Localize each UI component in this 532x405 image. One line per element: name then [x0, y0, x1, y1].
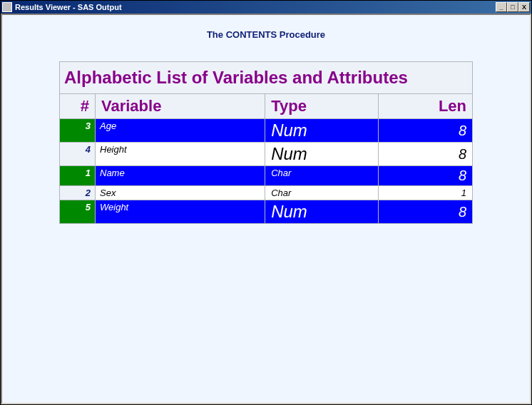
app-icon	[2, 2, 12, 12]
maximize-button[interactable]: □	[507, 2, 518, 12]
table-row: 5WeightNum8	[60, 200, 473, 224]
cell-len: 1	[379, 186, 473, 200]
content-area: The CONTENTS Procedure Alphabetic List o…	[1, 14, 531, 404]
cell-num: 4	[60, 143, 96, 166]
cell-len: 8	[379, 119, 473, 143]
close-button[interactable]: X	[518, 2, 530, 12]
table-container: Alphabetic List of Variables and Attribu…	[8, 61, 524, 224]
titlebar: Results Viewer - SAS Output _ □ X	[1, 1, 531, 14]
variables-table: Alphabetic List of Variables and Attribu…	[59, 61, 473, 224]
header-len: Len	[379, 94, 473, 119]
cell-type: Num	[265, 119, 379, 143]
table-row: 1NameChar8	[60, 166, 473, 186]
header-variable: Variable	[96, 94, 265, 119]
cell-variable: Sex	[96, 186, 265, 200]
table-row: 4HeightNum8	[60, 143, 473, 166]
cell-num: 1	[60, 166, 96, 186]
window-title: Results Viewer - SAS Output	[15, 3, 496, 11]
cell-type: Char	[265, 166, 379, 186]
cell-variable: Age	[96, 119, 265, 143]
cell-type: Num	[265, 200, 379, 224]
window-controls: _ □ X	[496, 2, 530, 12]
cell-variable: Name	[96, 166, 265, 186]
header-type: Type	[265, 94, 379, 119]
procedure-title: The CONTENTS Procedure	[8, 29, 524, 40]
table-row: 3AgeNum8	[60, 119, 473, 143]
cell-type: Char	[265, 186, 379, 200]
table-caption: Alphabetic List of Variables and Attribu…	[60, 62, 473, 94]
cell-len: 8	[379, 166, 473, 186]
cell-type: Num	[265, 143, 379, 166]
cell-num: 2	[60, 186, 96, 200]
table-header-row: # Variable Type Len	[60, 94, 473, 119]
cell-len: 8	[379, 200, 473, 224]
cell-variable: Height	[96, 143, 265, 166]
header-num: #	[60, 94, 96, 119]
cell-len: 8	[379, 143, 473, 166]
table-row: 2SexChar1	[60, 186, 473, 200]
cell-num: 3	[60, 119, 96, 143]
cell-num: 5	[60, 200, 96, 224]
cell-variable: Weight	[96, 200, 265, 224]
minimize-button[interactable]: _	[496, 2, 507, 12]
results-viewer-window: Results Viewer - SAS Output _ □ X The CO…	[0, 0, 532, 405]
